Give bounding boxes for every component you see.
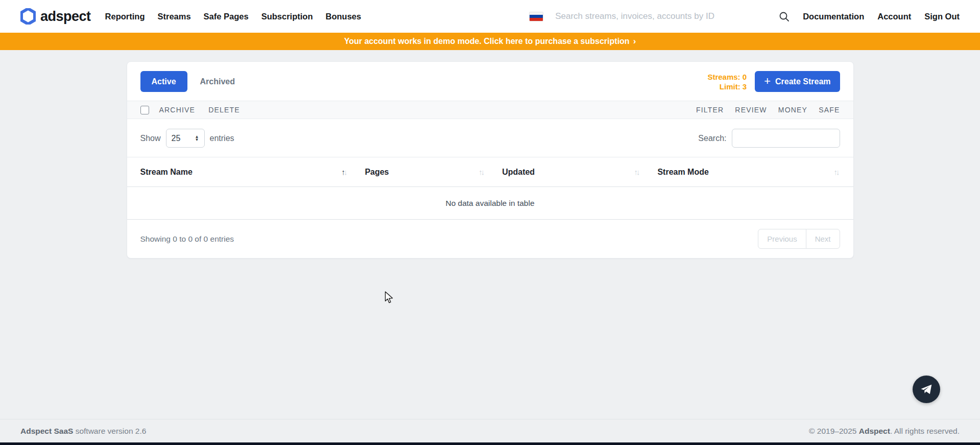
telegram-paper-plane-icon (920, 383, 933, 396)
language-flag-ru-icon[interactable] (530, 12, 543, 21)
next-page-button[interactable]: Next (806, 229, 840, 249)
table-header-row: Stream Name ↑↓ Pages ↑↓ Updated ↑↓ (127, 157, 853, 187)
column-header-stream-mode[interactable]: Stream Mode ↑↓ (653, 157, 853, 187)
sort-icon-stream-mode: ↑↓ (834, 168, 840, 176)
search-icon (779, 11, 790, 22)
card-header-right: Streams: 0 Limit: 3 + Create Stream (707, 71, 840, 92)
entries-select-value: 25 (172, 134, 195, 143)
select-all-checkbox[interactable] (140, 106, 149, 114)
banner-text: Your account works in demo mode. Click h… (344, 37, 630, 46)
table-search-input[interactable] (732, 129, 840, 148)
create-stream-button[interactable]: + Create Stream (755, 71, 840, 92)
account-links: Documentation Account Sign Out (803, 12, 960, 21)
card-footer: Showing 0 to 0 of 0 entries Previous Nex… (127, 220, 853, 258)
sort-icon-stream-name: ↑↓ (341, 168, 347, 176)
card-header: Active Archived Streams: 0 Limit: 3 + Cr… (127, 62, 853, 101)
adspect-logo[interactable]: adspect (20, 8, 91, 25)
table-controls: Show 25 ▲ ▼ entries Search: (127, 119, 853, 157)
column-header-pages[interactable]: Pages ↑↓ (361, 157, 498, 187)
sort-icon-updated: ↑↓ (634, 168, 640, 176)
mode-filter-filter[interactable]: FILTER (696, 106, 724, 114)
nav-item-sign-out[interactable]: Sign Out (924, 12, 960, 21)
quota-limit: Limit: 3 (707, 82, 747, 91)
logo-text: adspect (40, 9, 91, 25)
mode-filter-money[interactable]: MONEY (778, 106, 807, 114)
nav-item-subscription[interactable]: Subscription (261, 12, 313, 21)
bulk-toolbar: ARCHIVE DELETE FILTER REVIEW MONEY SAFE (127, 101, 853, 119)
column-header-stream-name[interactable]: Stream Name ↑↓ (127, 157, 361, 187)
page-main: Active Archived Streams: 0 Limit: 3 + Cr… (0, 50, 980, 419)
main-nav: Reporting Streams Safe Pages Subscriptio… (105, 12, 362, 21)
sort-icon-pages: ↑↓ (479, 168, 485, 176)
column-header-updated[interactable]: Updated ↑↓ (498, 157, 653, 187)
nav-item-documentation[interactable]: Documentation (803, 12, 864, 21)
show-label: Show (140, 134, 161, 143)
bottom-strip (0, 442, 980, 445)
quota-streams: Streams: 0 (707, 72, 747, 82)
navbar: adspect Reporting Streams Safe Pages Sub… (0, 0, 980, 33)
mode-filter-links: FILTER REVIEW MONEY SAFE (696, 106, 840, 114)
stream-quota: Streams: 0 Limit: 3 (707, 72, 747, 91)
select-carets-icon: ▲ ▼ (195, 135, 199, 142)
entries-select[interactable]: 25 ▲ ▼ (166, 129, 205, 148)
nav-item-safe-pages[interactable]: Safe Pages (204, 12, 249, 21)
site-footer: Adspect SaaS software version 2.6 © 2019… (0, 419, 980, 442)
streams-table: Stream Name ↑↓ Pages ↑↓ Updated ↑↓ (127, 157, 853, 220)
bulk-delete-button[interactable]: DELETE (208, 106, 240, 114)
mode-filter-safe[interactable]: SAFE (819, 106, 840, 114)
footer-version: Adspect SaaS software version 2.6 (20, 427, 146, 436)
nav-item-bonuses[interactable]: Bonuses (326, 12, 362, 21)
entries-label: entries (210, 134, 234, 143)
table-info: Showing 0 to 0 of 0 entries (140, 235, 234, 244)
empty-table-message: No data available in table (127, 187, 853, 220)
telegram-chat-button[interactable] (913, 376, 940, 403)
nav-item-account[interactable]: Account (877, 12, 911, 21)
table-search-label: Search: (698, 134, 726, 143)
nav-right: Documentation Account Sign Out (530, 11, 960, 22)
adspect-logo-icon (20, 8, 36, 25)
demo-mode-banner[interactable]: Your account works in demo mode. Click h… (0, 33, 980, 50)
footer-copyright: © 2019–2025 Adspect. All rights reserved… (809, 427, 960, 436)
plus-icon: + (764, 76, 771, 87)
global-search-input[interactable] (555, 11, 775, 21)
mode-filter-review[interactable]: REVIEW (735, 106, 767, 114)
create-stream-label: Create Stream (775, 77, 831, 86)
streams-card: Active Archived Streams: 0 Limit: 3 + Cr… (127, 61, 854, 259)
pagination: Previous Next (758, 229, 840, 249)
tab-active[interactable]: Active (140, 71, 187, 92)
tab-archived[interactable]: Archived (200, 77, 235, 86)
chevron-right-icon: › (633, 36, 636, 46)
empty-table-row: No data available in table (127, 187, 853, 220)
search-button[interactable] (779, 11, 790, 22)
nav-item-streams[interactable]: Streams (157, 12, 190, 21)
length-control: Show 25 ▲ ▼ entries (140, 129, 234, 148)
bulk-archive-button[interactable]: ARCHIVE (159, 106, 196, 114)
previous-page-button[interactable]: Previous (758, 229, 806, 249)
table-search: Search: (698, 129, 840, 148)
nav-item-reporting[interactable]: Reporting (105, 12, 145, 21)
